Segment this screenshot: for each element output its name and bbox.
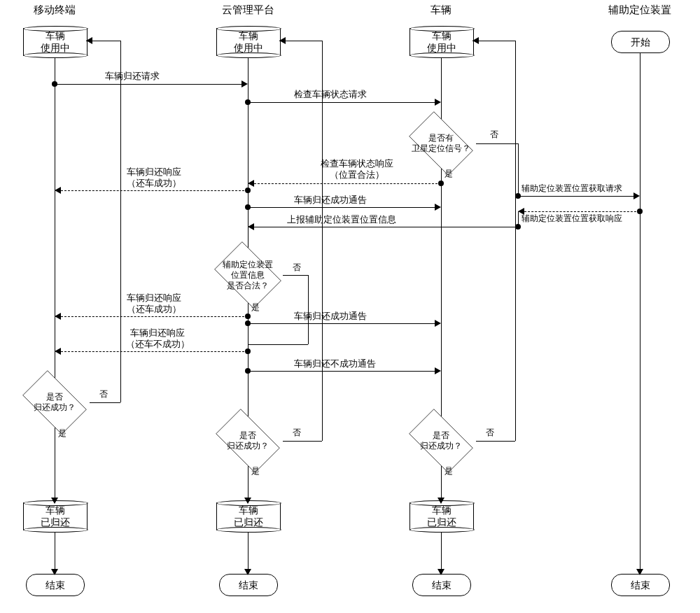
lane-title-cloud: 云管理平台: [206, 3, 290, 17]
dec-signal: 是否有卫星定位信号？: [402, 119, 479, 168]
arrow: [241, 80, 248, 87]
arrow: [472, 37, 479, 44]
arrow: [248, 180, 254, 187]
state-cloud-inuse: 车辆使用中: [216, 28, 281, 56]
arrow: [244, 569, 251, 575]
msg-m5: [248, 207, 435, 208]
end-aux: 结束: [611, 574, 670, 596]
b-no-c: 否: [293, 428, 301, 438]
arrow: [51, 569, 58, 575]
ln: [279, 41, 322, 41]
lbl-m12: 车辆归还不成功通告: [294, 358, 376, 369]
lane-title-mobile: 移动终端: [13, 3, 97, 17]
dec-return-mobile: 是否归还成功？: [16, 378, 93, 427]
ln: [515, 41, 516, 441]
arrow: [435, 367, 441, 374]
ln: [90, 402, 120, 403]
end-mobile: 结束: [26, 574, 85, 596]
msg-m7: [524, 211, 640, 212]
lbl-m2: 检查车辆状态请求: [294, 89, 367, 100]
msg-m3: [254, 183, 441, 184]
branch-no: 否: [490, 129, 498, 140]
msg-m10: [248, 323, 435, 324]
diagram-canvas: 移动终端 云管理平台 车辆 辅助定位装置 车辆使用中 车辆使用中 车辆使用中 开…: [0, 0, 700, 613]
arrow: [244, 498, 251, 504]
b-yes-m: 是: [58, 428, 66, 439]
end-vehicle: 结束: [412, 574, 471, 596]
msg-m1: [55, 84, 241, 85]
state-vehicle-returned: 车辆已归还: [410, 502, 474, 530]
b-yes-v: 是: [444, 466, 453, 477]
dec-aux-legal: 辅助定位装置位置信息是否合法？: [209, 248, 286, 302]
msg-m6: [518, 196, 634, 197]
branch-yes2: 是: [251, 302, 260, 313]
arrow: [248, 223, 254, 230]
arrow: [435, 320, 441, 327]
arrow: [438, 498, 444, 504]
branch-no2: 否: [293, 262, 301, 273]
state-vehicle-inuse: 车辆使用中: [410, 28, 474, 56]
arrow: [438, 569, 444, 575]
arrow: [55, 187, 61, 194]
ln: [472, 41, 515, 41]
ln: [322, 41, 323, 441]
arrow: [51, 498, 58, 504]
msg-m2: [248, 102, 435, 103]
state-mobile-returned: 车辆已归还: [23, 502, 88, 530]
lbl-m11: 车辆归还响应（还车不成功）: [98, 327, 217, 351]
branch-line: [518, 143, 519, 196]
msg-m12: [248, 371, 435, 372]
arrow: [279, 37, 286, 44]
ln: [476, 441, 515, 442]
branch-line: [476, 143, 518, 144]
b-yes-c: 是: [251, 466, 260, 477]
arrow: [634, 192, 640, 199]
msg-m9: [61, 316, 248, 317]
dec-return-cloud: 是否归还成功？: [209, 416, 286, 465]
dec-return-vehicle: 是否归还成功？: [402, 416, 479, 465]
lifeline-aux: [640, 52, 640, 577]
lane-title-aux: 辅助定位装置: [598, 3, 682, 17]
msg-m4: [61, 190, 248, 191]
b-no-m: 否: [99, 389, 108, 400]
state-aux-start: 开始: [611, 31, 670, 53]
ln: [120, 41, 121, 402]
arrow: [435, 99, 441, 106]
msg-m11: [61, 351, 248, 352]
ln: [283, 441, 322, 442]
branch-yes: 是: [444, 169, 453, 179]
msg-m8: [254, 227, 518, 227]
lbl-m9: 车辆归还响应（还车成功）: [98, 293, 210, 316]
lbl-m7: 辅助定位装置位置获取响应: [522, 213, 622, 224]
arrow: [55, 348, 61, 355]
lbl-m5: 车辆归还成功通告: [294, 195, 367, 206]
arrow: [86, 37, 92, 44]
lbl-m10: 车辆归还成功通告: [294, 311, 367, 322]
ln: [283, 275, 308, 276]
lbl-m4: 车辆归还响应（还车成功）: [98, 167, 210, 190]
ln: [248, 344, 308, 345]
state-cloud-returned: 车辆已归还: [216, 502, 281, 530]
lane-title-vehicle: 车辆: [399, 3, 483, 17]
arrow: [55, 313, 61, 320]
lbl-m3: 检查车辆状态响应（位置合法）: [301, 158, 413, 181]
lbl-m1: 车辆归还请求: [105, 71, 160, 82]
arrow: [636, 569, 643, 575]
state-mobile-inuse: 车辆使用中: [23, 28, 88, 56]
lbl-m6: 辅助定位装置位置获取请求: [522, 183, 622, 194]
b-no-v: 否: [486, 428, 494, 438]
arrow: [435, 204, 441, 211]
ln: [308, 275, 309, 344]
end-cloud: 结束: [219, 574, 278, 596]
lbl-m8: 上报辅助定位装置位置信息: [287, 214, 396, 225]
